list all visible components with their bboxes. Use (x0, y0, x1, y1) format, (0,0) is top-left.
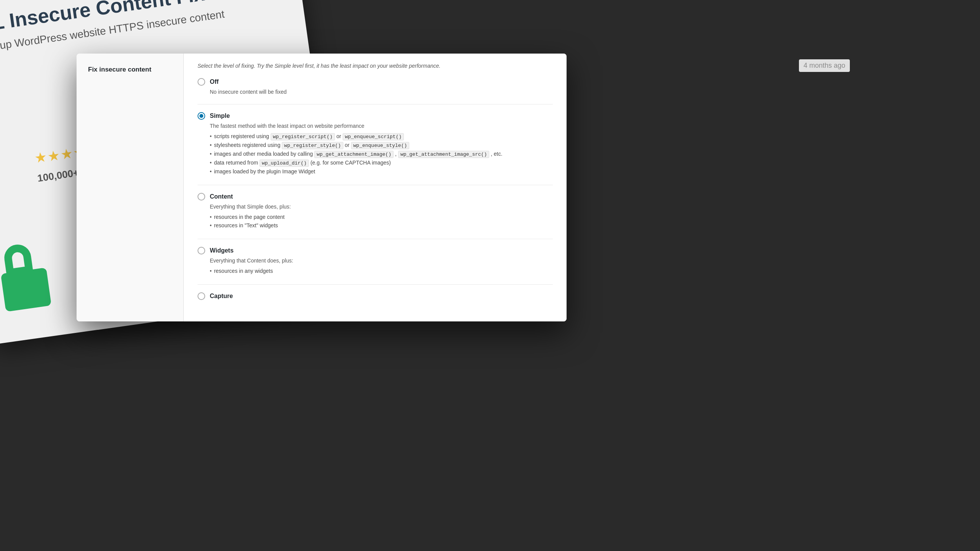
option-off-header[interactable]: Off (198, 78, 553, 86)
bullet-text-widgets-text: resources in "Text" widgets (214, 222, 278, 228)
bullet-data-text: data returned from wp_upload_dir() (e.g.… (214, 160, 391, 166)
option-capture-label: Capture (210, 293, 233, 300)
option-simple-header[interactable]: Simple (198, 112, 553, 120)
radio-widgets[interactable] (198, 247, 205, 254)
panel-description: Select the level of fixing. Try the Simp… (198, 63, 553, 69)
panel-left-column: Fix insecure content (77, 54, 184, 321)
updated-badge: 4 months ago (799, 59, 850, 72)
star-2: ★ (46, 147, 61, 165)
settings-panel: Fix insecure content Select the level of… (77, 54, 567, 321)
code-wp-get-attachment-image: wp_get_attachment_image() (314, 151, 394, 158)
bullet-stylesheets: stylesheets registered using wp_register… (210, 141, 553, 150)
bullet-image-widget-text: images loaded by the plugin Image Widget (214, 168, 315, 174)
bullet-any-widgets: resources in any widgets (210, 267, 553, 275)
bullet-data: data returned from wp_upload_dir() (e.g.… (210, 158, 553, 167)
option-simple-bullets: scripts registered using wp_register_scr… (210, 132, 553, 176)
section-label: Fix insecure content (88, 66, 172, 73)
code-wp-register-style: wp_register_style() (282, 142, 343, 149)
radio-content[interactable] (198, 193, 205, 201)
panel-right-column: Select the level of fixing. Try the Simp… (184, 54, 567, 321)
radio-off[interactable] (198, 78, 205, 86)
option-widgets-bullets: resources in any widgets (210, 267, 553, 275)
option-off-label: Off (210, 78, 219, 85)
divider-4 (198, 284, 553, 285)
bullet-any-widgets-text: resources in any widgets (214, 268, 273, 274)
bullet-stylesheets-text: stylesheets registered using wp_register… (214, 142, 409, 148)
option-simple-description: The fastest method with the least impact… (210, 123, 553, 129)
option-off-description: No insecure content will be fixed (210, 89, 553, 95)
option-widgets-header[interactable]: Widgets (198, 247, 553, 254)
option-content-header[interactable]: Content (198, 193, 553, 201)
radio-capture[interactable] (198, 292, 205, 300)
option-widgets: Widgets Everything that Content does, pl… (198, 247, 553, 275)
bullet-scripts: scripts registered using wp_register_scr… (210, 132, 553, 141)
bullet-images: images and other media loaded by calling… (210, 150, 553, 158)
divider-2 (198, 185, 553, 185)
option-off: Off No insecure content will be fixed (198, 78, 553, 95)
option-content-bullets: resources in the page content resources … (210, 213, 553, 230)
option-content-label: Content (210, 193, 233, 200)
option-widgets-label: Widgets (210, 247, 234, 254)
bullet-image-widget: images loaded by the plugin Image Widget (210, 167, 553, 176)
option-widgets-description: Everything that Content does, plus: (210, 258, 553, 264)
option-content-description: Everything that Simple does, plus: (210, 204, 553, 210)
option-simple-label: Simple (210, 112, 230, 119)
bullet-scripts-text: scripts registered using wp_register_scr… (214, 133, 404, 140)
option-capture-header[interactable]: Capture (198, 292, 553, 300)
option-simple: Simple The fastest method with the least… (198, 112, 553, 176)
lock-icon (0, 240, 55, 312)
option-content: Content Everything that Simple does, plu… (198, 193, 553, 230)
star-1: ★ (34, 149, 48, 166)
option-capture: Capture (198, 292, 553, 300)
code-wp-enqueue-script: wp_enqueue_script() (343, 133, 404, 140)
bullet-page-content: resources in the page content (210, 213, 553, 221)
code-wp-upload-dir: wp_upload_dir() (260, 160, 309, 167)
bullet-images-text: images and other media loaded by calling… (214, 151, 502, 157)
star-3: ★ (59, 145, 74, 163)
bullet-text-widgets: resources in "Text" widgets (210, 221, 553, 230)
code-wp-get-attachment-image-src: wp_get_attachment_image_src() (398, 151, 489, 158)
code-wp-register-script: wp_register_script() (271, 133, 335, 140)
code-wp-enqueue-style: wp_enqueue_style() (351, 142, 409, 149)
divider-1 (198, 104, 553, 104)
bullet-page-content-text: resources in the page content (214, 214, 284, 220)
divider-3 (198, 239, 553, 239)
radio-simple[interactable] (198, 112, 205, 120)
